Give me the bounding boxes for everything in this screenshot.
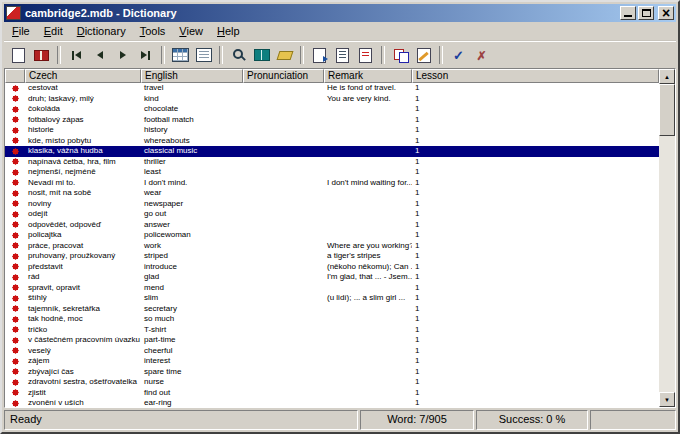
table-row[interactable]: spravit, opravitmend1: [5, 283, 659, 294]
cell-czech: veselý: [25, 346, 141, 357]
vertical-scrollbar[interactable]: [659, 69, 675, 407]
minimize-button[interactable]: [620, 6, 636, 20]
header-status-column[interactable]: [5, 69, 25, 83]
apply-button[interactable]: [447, 44, 470, 66]
menu-dictionary[interactable]: Dictionary: [70, 23, 133, 39]
header-pronunciation[interactable]: Pronunciation: [243, 69, 324, 83]
new-button[interactable]: [7, 44, 30, 66]
table-row[interactable]: druh; laskavý, milýkindYou are very kind…: [5, 94, 659, 105]
header-remark[interactable]: Remark: [324, 69, 412, 83]
table-row[interactable]: nosit, mít na soběwear1: [5, 188, 659, 199]
cell-czech: pruhovaný, proužkovaný: [25, 251, 141, 262]
table-row[interactable]: nejmenší, nejméněleast1: [5, 167, 659, 178]
cell-remark: I don't mind waiting for...: [324, 178, 412, 189]
cell-czech: štíhlý: [25, 293, 141, 304]
table-row[interactable]: štíhlýslim(u lidí); ... a slim girl ...1: [5, 293, 659, 304]
table-row[interactable]: v částečném pracovním úvazkupart-time1: [5, 335, 659, 346]
table-row[interactable]: rádgladI'm glad, that ... - Jsem...1: [5, 272, 659, 283]
cell-english: find out: [141, 388, 243, 399]
menu-edit[interactable]: Edit: [37, 23, 70, 39]
word-list-button[interactable]: [331, 44, 354, 66]
first-record-button[interactable]: [65, 44, 88, 66]
titlebar[interactable]: cambridge2.mdb - Dictionary: [4, 4, 676, 22]
cell-lesson: 1: [412, 272, 659, 283]
cell-lesson: 1: [412, 188, 659, 199]
cell-czech: cestovat: [25, 83, 141, 94]
table-row[interactable]: zdravotní sestra, ošetřovatelkanurse1: [5, 377, 659, 388]
table-row[interactable]: policajtkapolicewoman1: [5, 230, 659, 241]
header-lesson[interactable]: Lesson: [412, 69, 659, 83]
marked-words-button[interactable]: [354, 44, 377, 66]
table-row[interactable]: napínavá četba, hra, filmthriller1: [5, 157, 659, 168]
last-record-button[interactable]: [134, 44, 157, 66]
table-row[interactable]: tak hodně, mocso much1: [5, 314, 659, 325]
close-button[interactable]: [658, 6, 674, 20]
cell-english: slim: [141, 293, 243, 304]
cell-pronunciation: [243, 377, 324, 388]
cell-lesson: 1: [412, 314, 659, 325]
cell-remark: [324, 283, 412, 294]
table-row[interactable]: kde, místo pobytuwhereabouts1: [5, 136, 659, 147]
grid-rows: cestovattravelHe is fond of travel.1druh…: [5, 83, 659, 407]
word-status-icon: [12, 358, 19, 365]
toolbar-separator: [300, 46, 304, 64]
write-test-icon: [417, 48, 431, 63]
table-row[interactable]: zjistitfind out1: [5, 388, 659, 399]
cell-remark: [324, 220, 412, 231]
table-row[interactable]: novinynewspaper1: [5, 199, 659, 210]
export-button[interactable]: [308, 44, 331, 66]
table-row[interactable]: fotbalový zápasfootball match1: [5, 115, 659, 126]
find-button[interactable]: [227, 44, 250, 66]
table-row[interactable]: pruhovaný, proužkovanýstripeda tiger's s…: [5, 251, 659, 262]
dictionary-button[interactable]: [250, 44, 273, 66]
maximize-button[interactable]: [638, 6, 654, 20]
write-test-button[interactable]: [412, 44, 435, 66]
open-button[interactable]: [30, 44, 53, 66]
previous-record-button[interactable]: [88, 44, 111, 66]
cell-lesson: 1: [412, 94, 659, 105]
word-status-cell: [5, 104, 25, 115]
cell-pronunciation: [243, 325, 324, 336]
header-english[interactable]: English: [141, 69, 243, 83]
dictionary-table: Czech English Pronunciation Remark Lesso…: [4, 68, 676, 408]
test-button[interactable]: [389, 44, 412, 66]
erase-button[interactable]: [273, 44, 296, 66]
table-row[interactable]: představitintroduce(někoho někomu); Can …: [5, 262, 659, 273]
menu-tools[interactable]: Tools: [133, 23, 173, 39]
table-row[interactable]: zvonění v ušíchear-ring1: [5, 398, 659, 407]
table-row[interactable]: zájeminterest1: [5, 356, 659, 367]
scrollbar-track[interactable]: [659, 136, 675, 392]
table-row[interactable]: tričkoT-shirt1: [5, 325, 659, 336]
cell-english: history: [141, 125, 243, 136]
table-row[interactable]: cestovattravelHe is fond of travel.1: [5, 83, 659, 94]
table-row[interactable]: odpovědět, odpověďanswer1: [5, 220, 659, 231]
word-status-icon: [12, 347, 19, 354]
table-row[interactable]: historiehistory1: [5, 125, 659, 136]
table-row[interactable]: veselýcheerful1: [5, 346, 659, 357]
scroll-down-button[interactable]: [659, 392, 675, 407]
table-row[interactable]: čokoládachocolate1: [5, 104, 659, 115]
scrollbar-thumb[interactable]: [659, 84, 675, 136]
previous-record-icon: [97, 51, 103, 59]
table-view-button[interactable]: [169, 44, 192, 66]
table-row[interactable]: práce, pracovatworkWhere are you working…: [5, 241, 659, 252]
cell-remark: [324, 314, 412, 325]
menu-file[interactable]: File: [5, 23, 37, 39]
scroll-up-button[interactable]: [659, 69, 675, 84]
table-row[interactable]: odejítgo out1: [5, 209, 659, 220]
menu-view[interactable]: View: [172, 23, 210, 39]
table-row[interactable]: klasika, vážná hudbaclassical music1: [5, 146, 659, 157]
menu-help[interactable]: Help: [210, 23, 247, 39]
table-row[interactable]: zbývající časspare time1: [5, 367, 659, 378]
table-row[interactable]: tajemník, sekretářkasecretary1: [5, 304, 659, 315]
word-status-cell: [5, 167, 25, 178]
card-view-button[interactable]: [192, 44, 215, 66]
cancel-button[interactable]: [470, 44, 493, 66]
table-row[interactable]: Nevadí mi to.I don't mind.I don't mind w…: [5, 178, 659, 189]
cell-remark: [324, 230, 412, 241]
word-status-cell: [5, 335, 25, 346]
header-czech[interactable]: Czech: [25, 69, 141, 83]
next-record-button[interactable]: [111, 44, 134, 66]
cell-pronunciation: [243, 115, 324, 126]
cell-czech: čokoláda: [25, 104, 141, 115]
